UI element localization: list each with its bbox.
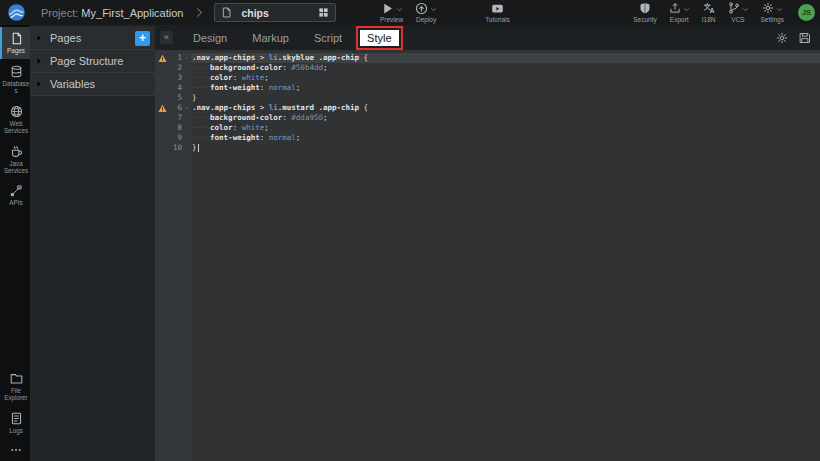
- code-line-content[interactable]: ····color: white;: [191, 73, 820, 83]
- vcs-icon: [728, 2, 740, 14]
- fold-marker[interactable]: -: [182, 53, 191, 63]
- toolbar-item-label: VCS: [731, 16, 744, 23]
- panel-section-label: Pages: [50, 32, 81, 44]
- panel-section-variables[interactable]: Variables: [30, 73, 155, 96]
- code-line-1[interactable]: 1-.nav.app-chips > li.skyblue .app-chip …: [155, 53, 820, 63]
- code-line-content[interactable]: ····font-weight: normal;: [191, 133, 820, 143]
- rail-item-java-services[interactable]: Java Services: [0, 140, 30, 179]
- rail-item-file-explorer[interactable]: File Explorer: [0, 367, 30, 406]
- code-line-content[interactable]: ····background-color: #50b4dd;: [191, 63, 820, 73]
- code-token: li: [269, 103, 278, 113]
- text-cursor: [198, 144, 199, 152]
- toolbar-item-label: I18N: [702, 16, 716, 23]
- rail-item-web-services[interactable]: Web Services: [0, 100, 30, 139]
- user-avatar[interactable]: JS: [798, 4, 815, 21]
- code-token: ;: [264, 123, 269, 133]
- deploy-icon: [415, 2, 428, 15]
- css-code-editor[interactable]: 1-.nav.app-chips > li.skyblue .app-chip …: [155, 50, 820, 461]
- line-number: 6: [169, 103, 182, 113]
- code-token: >: [255, 103, 269, 113]
- tab-style[interactable]: Style: [360, 30, 398, 46]
- add-page-button[interactable]: +: [135, 31, 150, 46]
- save-icon[interactable]: [799, 32, 811, 44]
- caret-down-icon[interactable]: [683, 6, 690, 13]
- code-token: ;: [296, 83, 301, 93]
- code-token: ;: [264, 73, 269, 83]
- code-token: .mustard: [278, 103, 314, 113]
- code-token: .nav.app-chips: [192, 103, 255, 113]
- code-line-9[interactable]: 9····font-weight: normal;: [155, 133, 820, 143]
- rail-item-label: Databases: [2, 80, 30, 95]
- caret-down-icon[interactable]: [742, 6, 749, 13]
- indent-whitespace: ····: [192, 133, 210, 143]
- code-line-content[interactable]: ····color: white;: [191, 123, 820, 133]
- rail-item-pages[interactable]: Pages: [0, 27, 30, 59]
- grid-icon[interactable]: [318, 7, 329, 18]
- line-number: 9: [169, 133, 182, 143]
- toolbar-item-deploy[interactable]: Deploy: [409, 0, 443, 25]
- open-file-tab[interactable]: chips: [214, 3, 336, 22]
- line-number: 3: [169, 73, 182, 83]
- file-tab-name: chips: [241, 7, 268, 19]
- code-token: normal: [269, 83, 296, 93]
- rail-item-databases[interactable]: Databases: [0, 60, 30, 99]
- rail-item-more[interactable]: [0, 439, 30, 460]
- wavemaker-logo-icon[interactable]: [7, 3, 26, 22]
- toolbar-item-preview[interactable]: Preview: [374, 0, 409, 25]
- code-line-10[interactable]: 10}: [155, 143, 820, 153]
- toolbar-item-settings[interactable]: Settings: [755, 0, 791, 25]
- code-line-content[interactable]: .nav.app-chips > li.skyblue .app-chip {: [191, 53, 820, 63]
- i18n-icon: A: [703, 2, 715, 14]
- code-token: #dda950: [291, 113, 323, 123]
- database-icon: [10, 65, 23, 78]
- activity-rail: PagesDatabasesWeb ServicesJava ServicesA…: [0, 25, 30, 461]
- shield-icon: [639, 2, 651, 14]
- toolbar-item-vcs[interactable]: VCS: [722, 0, 755, 25]
- tab-markup[interactable]: Markup: [245, 30, 296, 46]
- line-number: 8: [169, 123, 182, 133]
- triangle-right-icon[interactable]: [35, 57, 43, 65]
- project-label: Project:: [41, 7, 78, 19]
- tab-script[interactable]: Script: [307, 30, 349, 46]
- svg-text:A: A: [709, 7, 714, 14]
- code-token: color: [210, 123, 233, 133]
- fold-marker[interactable]: -: [182, 103, 191, 113]
- gear-icon[interactable]: [776, 32, 788, 44]
- toolbar-item-i18n[interactable]: AI18N: [696, 0, 722, 25]
- code-line-6[interactable]: 6-.nav.app-chips > li.mustard .app-chip …: [155, 103, 820, 113]
- code-line-content[interactable]: ····background-color: #dda950;: [191, 113, 820, 123]
- rail-item-logs[interactable]: Logs: [0, 407, 30, 439]
- triangle-right-icon[interactable]: [35, 80, 43, 88]
- warning-icon[interactable]: [158, 54, 167, 63]
- caret-down-icon[interactable]: [430, 6, 437, 13]
- rail-item-apis[interactable]: APIs: [0, 180, 30, 211]
- line-number: 10: [169, 143, 182, 153]
- code-line-3[interactable]: 3····color: white;: [155, 73, 820, 83]
- export-icon: [669, 2, 681, 14]
- code-line-7[interactable]: 7····background-color: #dda950;: [155, 113, 820, 123]
- code-line-4[interactable]: 4····font-weight: normal;: [155, 83, 820, 93]
- code-token: }: [192, 143, 197, 153]
- editor-tab-bar: « DesignMarkupScriptStyle: [155, 25, 820, 50]
- caret-down-icon[interactable]: [776, 6, 783, 13]
- panel-section-page-structure[interactable]: Page Structure: [30, 50, 155, 73]
- code-line-5[interactable]: 5}: [155, 93, 820, 103]
- panel-section-pages[interactable]: Pages+: [30, 27, 155, 50]
- code-line-2[interactable]: 2····background-color: #50b4dd;: [155, 63, 820, 73]
- triangle-right-icon[interactable]: [35, 34, 43, 42]
- toolbar-item-export[interactable]: Export: [663, 0, 696, 25]
- code-line-8[interactable]: 8····color: white;: [155, 123, 820, 133]
- warning-icon[interactable]: [158, 104, 167, 113]
- code-token: .app-chip: [318, 103, 359, 113]
- toolbar-item-tutorials[interactable]: Tutorials: [479, 0, 516, 25]
- caret-down-icon[interactable]: [396, 6, 403, 13]
- code-line-content[interactable]: }: [191, 143, 820, 153]
- code-line-content[interactable]: }: [191, 93, 820, 103]
- tab-design[interactable]: Design: [186, 30, 234, 46]
- panel-collapse-button[interactable]: «: [160, 31, 173, 44]
- code-line-content[interactable]: .nav.app-chips > li.mustard .app-chip {: [191, 103, 820, 113]
- code-line-content[interactable]: ····font-weight: normal;: [191, 83, 820, 93]
- code-token: ;: [296, 133, 301, 143]
- toolbar-item-security[interactable]: Security: [627, 0, 662, 25]
- code-token: #50b4dd: [291, 63, 323, 73]
